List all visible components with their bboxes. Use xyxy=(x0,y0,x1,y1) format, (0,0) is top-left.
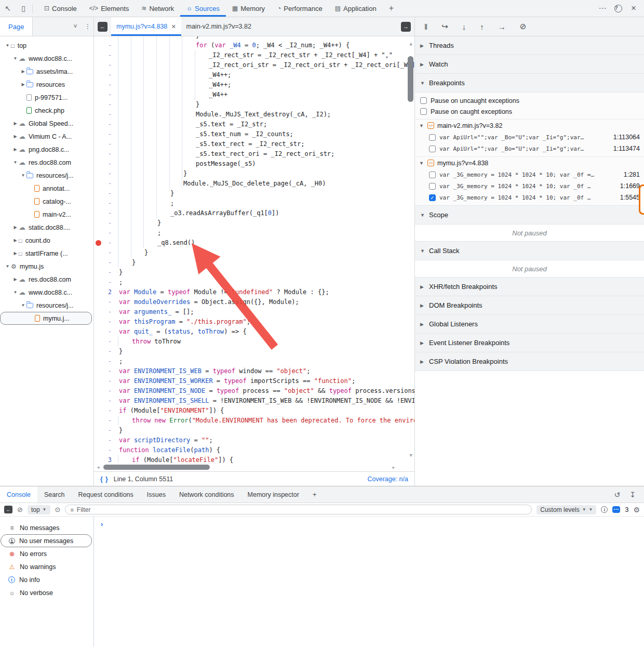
clear-console-icon[interactable]: ⊘ xyxy=(17,506,23,513)
console-settings-icon[interactable]: ⚙ xyxy=(633,506,640,514)
line-gutter[interactable]: - xyxy=(94,347,118,356)
breakpoint-checkbox[interactable] xyxy=(429,134,436,141)
breakpoint-entry[interactable]: var ApiUrl="";var _Bo="U";var _Ii="g";va… xyxy=(415,131,644,143)
line-gutter[interactable]: - xyxy=(94,80,118,90)
horizontal-scrollbar-thumb[interactable] xyxy=(103,465,210,470)
code-editor[interactable]: -}-for (var _W4 = 0; _W4 < _I2_num; _W4+… xyxy=(94,36,414,463)
breakpoint-location[interactable]: 1:5545 xyxy=(620,194,640,201)
code-line[interactable]: -} xyxy=(94,189,414,199)
line-gutter[interactable]: - xyxy=(94,110,118,120)
code-line[interactable]: -_s5.text_rect_ori = _I2_rect_ori_str; xyxy=(94,149,414,159)
tree-item[interactable]: ▼☁www.doc88.c... xyxy=(0,286,93,299)
toggle-debugger-icon[interactable]: → xyxy=(401,22,411,32)
coverage-link[interactable]: Coverage: n/a xyxy=(367,476,408,483)
panel-tab-console[interactable]: ⊡Console xyxy=(38,0,83,17)
tree-item[interactable]: ▶resources xyxy=(0,78,93,91)
code-line[interactable]: 3if (Module["locateFile"]) { xyxy=(94,455,414,463)
line-gutter[interactable]: - xyxy=(94,258,118,268)
line-gutter[interactable]: - xyxy=(94,228,118,238)
line-gutter[interactable]: - xyxy=(94,238,118,248)
line-gutter[interactable]: - xyxy=(94,100,118,110)
arrow-down-icon[interactable]: ▼ xyxy=(4,264,11,269)
breakpoint-checkbox[interactable] xyxy=(429,171,436,178)
code-line[interactable]: -_I2_rect_str = _I2_rect_str + _I2_rect[… xyxy=(94,50,414,60)
drawer-tab-issues[interactable]: Issues xyxy=(140,486,172,503)
tree-item[interactable]: ▶□count.do xyxy=(0,234,93,247)
tree-item[interactable]: ▼resources/j... xyxy=(0,299,93,312)
line-gutter[interactable]: - xyxy=(94,129,118,139)
step-out-icon[interactable]: ↑ xyxy=(480,22,484,31)
step-over-icon[interactable]: ↪ xyxy=(441,22,448,31)
breakpoint-entry[interactable]: var _3G_memory = 1024 * 1024 * 10; var _… xyxy=(415,180,644,192)
info-icon[interactable]: i xyxy=(601,506,608,513)
console-messages[interactable]: › xyxy=(94,517,644,647)
breakpoint-location[interactable]: 1:113474 xyxy=(613,145,640,152)
arrow-down-icon[interactable]: ▼ xyxy=(4,43,11,48)
tree-item[interactable]: ▶☁png.doc88.c... xyxy=(0,143,93,156)
console-filter-no-errors[interactable]: ⊗No errors xyxy=(0,547,93,560)
code-line[interactable]: -_q8.send() xyxy=(94,238,414,248)
scroll-down-icon[interactable]: ▼ xyxy=(410,451,412,460)
checkbox[interactable] xyxy=(420,97,427,104)
tree-item[interactable]: ▶☁static.doc88.... xyxy=(0,221,93,234)
code-line[interactable]: -_I2_rect_ori_str = _I2_rect_ori_str + _… xyxy=(94,60,414,70)
editor-tab[interactable]: mymu.js?v=4.838× xyxy=(111,17,181,36)
code-line[interactable]: -var thisProgram = "./this.program"; xyxy=(94,317,414,327)
code-line[interactable]: -Module._MuJS_Text_destroy(_cA, _I2); xyxy=(94,110,414,120)
code-line[interactable]: -var arguments_ = []; xyxy=(94,307,414,317)
code-line[interactable]: -throw toThrow xyxy=(94,337,414,347)
section-header-threads[interactable]: ▶Threads xyxy=(415,36,644,55)
scroll-left-icon[interactable]: ◂ xyxy=(94,465,102,470)
code-line[interactable]: -} xyxy=(94,426,414,435)
horizontal-scrollbar[interactable]: ◂ ▸ xyxy=(94,463,414,471)
arrow-right-icon[interactable]: ▶ xyxy=(12,238,19,243)
expand-drawer-icon[interactable]: ↧ xyxy=(629,491,636,499)
close-devtools-icon[interactable]: × xyxy=(627,3,640,14)
code-line[interactable]: -; xyxy=(94,228,414,238)
arrow-down-icon[interactable]: ▼ xyxy=(12,160,19,165)
breakpoint-checkbox[interactable]: ✓ xyxy=(429,194,436,201)
checkbox[interactable] xyxy=(420,108,427,115)
editor-tab[interactable]: main-v2.min.js?v=3.82 xyxy=(181,17,257,36)
code-line[interactable]: -var ENVIRONMENT_IS_NODE = typeof proces… xyxy=(94,386,414,396)
issues-icon[interactable] xyxy=(612,506,620,513)
tree-item[interactable]: p-997571... xyxy=(0,91,93,104)
line-gutter[interactable]: - xyxy=(94,307,118,317)
code-line[interactable]: -} xyxy=(94,169,414,179)
code-line[interactable]: -Module._MuJS_Doc_delete_page(_cA, _H0) xyxy=(94,179,414,189)
console-filter-no-verbose[interactable]: ☼No verbose xyxy=(0,586,93,599)
console-filter-no-info[interactable]: iNo info xyxy=(0,573,93,586)
code-line[interactable]: -} xyxy=(94,36,414,41)
arrow-right-icon[interactable]: ▶ xyxy=(12,277,19,282)
step-into-icon[interactable]: ↓ xyxy=(462,22,466,31)
chevron-down-icon[interactable]: ˅ xyxy=(69,23,82,30)
tree-item[interactable]: ▼resources/j... xyxy=(0,169,93,182)
code-line[interactable]: -; xyxy=(94,356,414,366)
panel-tab-memory[interactable]: ▦Memory xyxy=(226,0,271,17)
line-gutter[interactable]: - xyxy=(94,60,118,70)
drawer-tab-request-conditions[interactable]: Request conditions xyxy=(71,486,140,503)
code-line[interactable]: -_W4++; xyxy=(94,80,414,90)
tree-item[interactable]: catalog-... xyxy=(0,195,93,208)
tree-item[interactable]: ▶assets/ima... xyxy=(0,65,93,78)
step-icon[interactable]: → xyxy=(498,22,506,31)
line-gutter[interactable]: 3 xyxy=(94,455,118,463)
arrow-down-icon[interactable]: ▼ xyxy=(12,56,19,61)
pretty-print-icon[interactable]: { } xyxy=(100,476,109,483)
more-options-icon[interactable]: ⋯ xyxy=(596,4,609,13)
breakpoint-checkbox[interactable] xyxy=(429,146,436,152)
code-line[interactable]: -if (Module["ENVIRONMENT"]) { xyxy=(94,406,414,416)
breakpoint-dot[interactable] xyxy=(96,240,101,246)
breakpoint-location[interactable]: 1:113064 xyxy=(613,134,640,141)
console-filter-no-warnings[interactable]: ⚠No warnings xyxy=(0,560,93,573)
code-line[interactable]: -_s5.text = _I2_str; xyxy=(94,120,414,129)
tree-item[interactable]: ▼⚙mymu.js xyxy=(0,260,93,273)
line-gutter[interactable]: - xyxy=(94,90,118,100)
section-header-csp-violation-breakpoints[interactable]: ▶CSP Violation Breakpoints xyxy=(415,352,644,371)
console-filter-no-user-messages[interactable]: No user messages xyxy=(1,534,92,547)
line-gutter[interactable]: - xyxy=(94,36,118,41)
line-gutter[interactable]: - xyxy=(94,435,118,445)
line-gutter[interactable]: - xyxy=(94,248,118,258)
issues-count[interactable]: 3 xyxy=(625,506,628,513)
tree-item[interactable]: ▼☁res.doc88.com xyxy=(0,156,93,169)
